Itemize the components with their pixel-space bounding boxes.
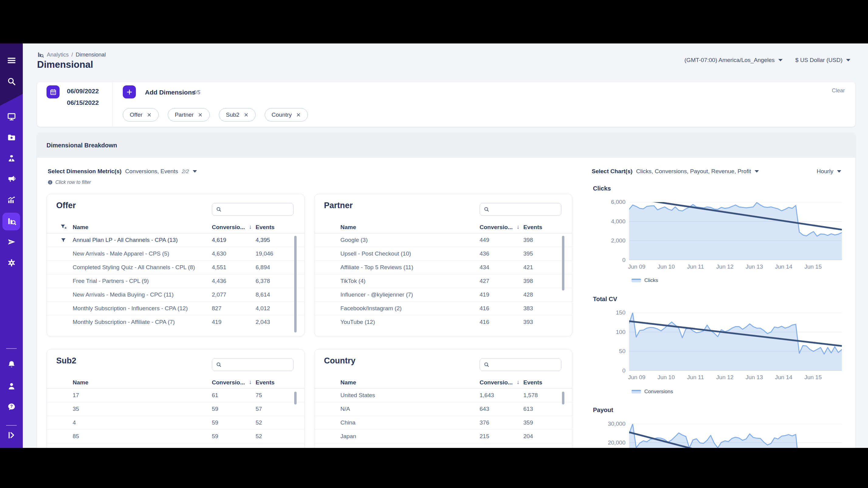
legend-swatch — [631, 279, 641, 282]
table-scrollbar[interactable] — [294, 236, 297, 332]
table-scrollbar[interactable] — [562, 392, 564, 404]
table-scrollbar[interactable] — [562, 236, 564, 291]
interval-select[interactable]: Hourly — [817, 168, 841, 175]
calendar-button[interactable] — [46, 86, 60, 98]
interval-value: Hourly — [817, 168, 833, 175]
remove-chip-icon[interactable] — [198, 112, 203, 117]
x-axis-label: Jun 10 — [652, 374, 681, 381]
table-row[interactable]: New Arrivals - Media Buying - CPC (11)2,… — [47, 288, 304, 302]
dimension-chip-sub2[interactable]: Sub2 — [219, 108, 255, 122]
filter-remove-icon[interactable] — [60, 224, 67, 231]
y-axis-label: 20,000 — [583, 440, 625, 446]
table-row[interactable]: New Arrivals - Male Apparel - CPS (5)4,6… — [47, 247, 304, 261]
remove-chip-icon[interactable] — [244, 112, 249, 117]
row-events: 75 — [256, 392, 262, 399]
sort-desc-icon[interactable]: ↓ — [517, 379, 520, 386]
chevron-down-icon — [778, 59, 783, 61]
partners-person-icon[interactable] — [0, 154, 23, 163]
table-row[interactable]: 176175 — [47, 389, 304, 402]
table-row[interactable]: Upsell - Post Checkout (10)436395 — [315, 247, 572, 261]
column-header-events[interactable]: Events — [256, 224, 274, 231]
expand-sidebar-icon[interactable] — [0, 430, 23, 440]
column-header-events[interactable]: Events — [523, 224, 542, 231]
sort-desc-icon[interactable]: ↓ — [517, 224, 520, 230]
row-events: 613 — [523, 405, 533, 412]
search-input[interactable] — [224, 204, 290, 214]
sort-desc-icon[interactable]: ↓ — [249, 379, 252, 386]
table-row[interactable]: Facebook/Instagram (2)416383 — [315, 302, 572, 316]
column-header-conversions[interactable]: Conversio... — [212, 379, 245, 386]
table-row[interactable]: N/A643613 — [315, 402, 572, 416]
column-header-events[interactable]: Events — [523, 379, 542, 386]
dimension-chip-label: Offer — [130, 111, 143, 118]
x-axis-label: Jun 11 — [681, 263, 710, 270]
table-scrollbar[interactable] — [294, 392, 297, 404]
row-events: 383 — [523, 305, 533, 312]
table-row[interactable]: Free Trial - Partners - CPL (9)4,4366,37… — [47, 274, 304, 288]
table-row[interactable]: Monthly Subscription - Affiliate - CPA (… — [47, 316, 304, 329]
search-input[interactable] — [224, 359, 290, 369]
dimension-count: 4/5 — [193, 89, 200, 96]
row-events: 19,046 — [256, 250, 273, 257]
currency-select[interactable]: $ US Dollar (USD) — [795, 57, 850, 64]
table-row[interactable]: Completed Styling Quiz - All Channels - … — [47, 261, 304, 274]
table-row[interactable]: Japan215204 — [315, 430, 572, 443]
table-row[interactable]: Annual Plan LP - All Channels - CPA (13)… — [47, 233, 304, 247]
table-row[interactable]: YouTube (12)416393 — [315, 316, 572, 329]
row-conversions: 59 — [212, 405, 218, 412]
remove-chip-icon[interactable] — [147, 112, 152, 117]
settings-gear-icon[interactable] — [0, 258, 23, 267]
table-row[interactable]: Influencer - @kyliejenner (7)419428 — [315, 288, 572, 302]
column-header-conversions[interactable]: Conversio... — [212, 224, 245, 231]
search-input-wrapper — [479, 203, 561, 216]
timezone-select[interactable]: (GMT-07:00) America/Los_Angeles — [684, 57, 783, 64]
breadcrumb-section[interactable]: Analytics — [47, 52, 69, 58]
dimension-chip-partner[interactable]: Partner — [168, 108, 210, 122]
column-header-events[interactable]: Events — [256, 379, 274, 386]
chart-select-value: Clicks, Conversions, Payout, Revenue, Pr… — [636, 168, 751, 175]
row-filter-icon — [60, 237, 66, 245]
help-icon[interactable]: ? — [0, 402, 23, 412]
dimension-chip-country[interactable]: Country — [265, 108, 308, 122]
table-row[interactable]: 45952 — [47, 416, 304, 430]
notifications-bell-icon[interactable] — [0, 360, 23, 369]
profile-person-icon[interactable] — [0, 382, 23, 391]
dimension-chip-offer[interactable]: Offer — [123, 108, 159, 122]
chart-total_cv — [629, 313, 842, 371]
row-conversions: 419 — [479, 291, 489, 298]
search-input[interactable] — [492, 359, 558, 369]
offers-folder-star-icon[interactable] — [0, 133, 23, 142]
table-row[interactable]: TikTok (4)427398 — [315, 274, 572, 288]
table-row[interactable]: Affiliate - Top 5 Reviews (11)434421 — [315, 261, 572, 274]
announcements-megaphone-icon[interactable] — [0, 174, 23, 183]
menu-icon[interactable] — [0, 56, 23, 65]
date-range-start[interactable]: 06/09/2022 — [67, 88, 99, 95]
search-icon[interactable] — [0, 77, 23, 86]
dashboard-monitor-icon[interactable] — [0, 112, 23, 121]
table-row[interactable]: United States1,6431,578 — [315, 389, 572, 402]
chart-select[interactable]: Select Chart(s) Clicks, Conversions, Pay… — [592, 168, 759, 175]
analytics-icon[interactable] — [0, 216, 23, 226]
search-input[interactable] — [492, 204, 558, 214]
breadcrumb: Analytics / Dimensional — [37, 51, 106, 58]
column-header-conversions[interactable]: Conversio... — [479, 224, 513, 231]
table-row[interactable]: China376359 — [315, 416, 572, 430]
clicks-area — [629, 203, 842, 260]
column-header-conversions[interactable]: Conversio... — [479, 379, 513, 386]
chart-title-clicks: Clicks — [593, 185, 611, 192]
row-name: Free Trial - Partners - CPL (9) — [73, 278, 149, 284]
performance-chart-icon[interactable] — [0, 195, 23, 204]
table-row[interactable]: 855952 — [47, 430, 304, 443]
table-row[interactable]: Monthly Subscription - Influencers - CPA… — [47, 302, 304, 316]
clear-button[interactable]: Clear — [832, 88, 845, 94]
dimension-metric-select[interactable]: Select Dimension Metric(s) Conversions, … — [48, 168, 197, 175]
row-events: 4,012 — [256, 305, 270, 312]
row-name: 17 — [73, 392, 79, 399]
send-icon[interactable] — [0, 237, 23, 247]
table-row[interactable]: Google (3)449398 — [315, 233, 572, 247]
date-range-end[interactable]: 06/15/2022 — [67, 99, 99, 106]
add-dimension-button[interactable] — [123, 86, 136, 98]
remove-chip-icon[interactable] — [296, 112, 301, 117]
table-row[interactable]: 355957 — [47, 402, 304, 416]
sort-desc-icon[interactable]: ↓ — [249, 224, 252, 230]
